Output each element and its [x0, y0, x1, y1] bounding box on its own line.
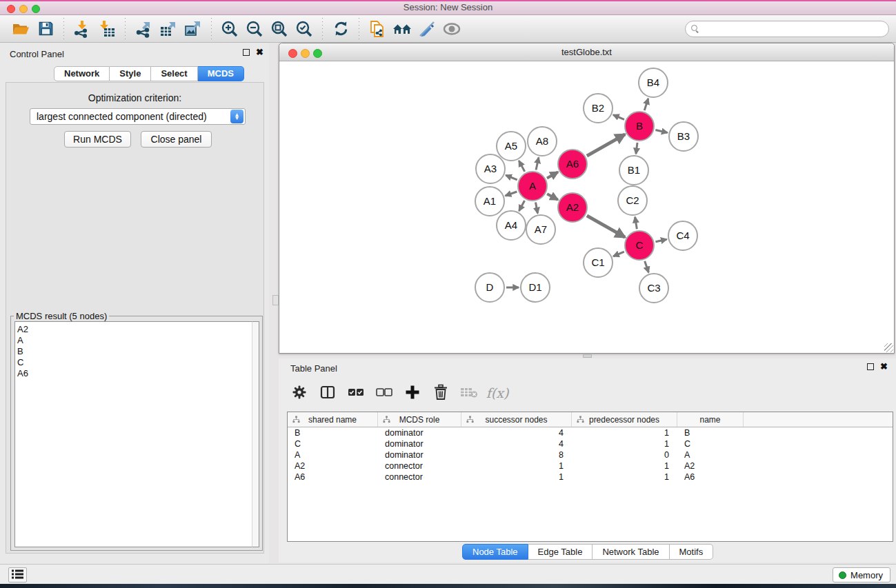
tab-select[interactable]: Select [151, 66, 197, 81]
table-cell[interactable]: 1 [572, 438, 677, 449]
table-cell[interactable]: A [288, 449, 378, 460]
graph-node-A6[interactable]: A6 [558, 150, 587, 179]
column-header-shared-name[interactable]: shared name [288, 412, 378, 427]
result-item[interactable]: A6 [17, 368, 252, 379]
table-cell[interactable]: 4 [461, 438, 572, 449]
table-cell[interactable]: dominator [378, 438, 461, 449]
network-graph[interactable]: B4B2BB3A8A5A6A3B1AC2A1A2A4A7C4CC1DD1C3 [279, 61, 894, 353]
zoom-out-button[interactable] [242, 18, 267, 40]
export-table-button[interactable] [156, 18, 181, 40]
zoom-fit-button[interactable] [267, 18, 292, 40]
memory-button[interactable]: Memory [833, 567, 890, 582]
table-cell[interactable]: connector [378, 460, 461, 472]
result-item[interactable]: A2 [17, 324, 252, 335]
table-cell[interactable]: B [288, 427, 378, 438]
close-panel-button[interactable]: Close panel [141, 131, 212, 148]
table-row[interactable]: Bdominator41B [288, 427, 893, 438]
edge-C-C2[interactable] [635, 217, 637, 230]
table-cell[interactable]: A2 [677, 460, 744, 472]
export-network-button[interactable] [131, 18, 156, 40]
float-panel-icon[interactable] [867, 363, 874, 370]
open-session-button[interactable] [8, 18, 33, 40]
table-cell[interactable]: connector [378, 472, 461, 483]
close-panel-icon[interactable]: ✖ [256, 49, 263, 56]
edge-A2-C[interactable] [587, 216, 625, 237]
table-cell[interactable]: 1 [461, 460, 572, 472]
unselect-all-columns-button[interactable] [375, 383, 394, 403]
edge-A-A5[interactable] [519, 161, 524, 172]
edge-A-A4[interactable] [519, 201, 524, 211]
search-input[interactable] [702, 22, 888, 36]
close-window-button[interactable] [7, 5, 15, 13]
close-panel-icon[interactable]: ✖ [880, 363, 888, 370]
search-box[interactable] [685, 21, 889, 37]
table-cell[interactable]: 1 [461, 472, 572, 483]
edge-C-C4[interactable] [655, 239, 666, 242]
run-mcds-button[interactable]: Run MCDS [64, 131, 131, 148]
hide-annotations-button[interactable] [415, 18, 439, 40]
graph-node-B[interactable]: B [625, 112, 654, 141]
column-header-successor-nodes[interactable]: successor nodes [461, 412, 572, 427]
float-panel-icon[interactable] [243, 49, 250, 56]
table-row[interactable]: A2connector11A2 [288, 460, 893, 472]
graph-node-A3[interactable]: A3 [476, 154, 505, 183]
graph-node-A[interactable]: A [518, 172, 547, 201]
table-settings-button[interactable] [290, 383, 309, 403]
table-row[interactable]: Adominator80A [288, 449, 893, 460]
table-cell[interactable]: 1 [572, 427, 677, 438]
table-cell[interactable]: C [677, 438, 744, 449]
table-cell[interactable]: 0 [572, 449, 677, 460]
tab-network-table[interactable]: Network Table [593, 544, 669, 560]
graph-node-C3[interactable]: C3 [639, 274, 668, 303]
graph-node-B1[interactable]: B1 [619, 156, 648, 185]
edge-A-A1[interactable] [506, 192, 517, 196]
table-cell[interactable]: A [677, 449, 744, 460]
graph-node-A7[interactable]: A7 [526, 215, 555, 244]
mcds-result-list[interactable]: A2ABCA6 [14, 321, 252, 547]
edge-A-A6[interactable] [547, 172, 558, 179]
table-cell[interactable]: B [677, 427, 744, 438]
result-item[interactable]: C [17, 357, 252, 368]
toggle-columns-button[interactable] [318, 383, 337, 403]
table-cell[interactable]: 1 [572, 460, 677, 472]
graph-node-A4[interactable]: A4 [497, 211, 526, 240]
result-item[interactable]: A [17, 335, 252, 346]
select-all-columns-button[interactable] [346, 383, 366, 403]
graph-node-B3[interactable]: B3 [669, 122, 698, 151]
delete-table-button[interactable] [459, 383, 479, 403]
network-canvas[interactable]: B4B2BB3A8A5A6A3B1AC2A1A2A4A7C4CC1DD1C3 [279, 61, 894, 353]
network-minimize-button[interactable] [301, 49, 310, 58]
refresh-button[interactable] [328, 18, 353, 40]
graph-node-C[interactable]: C [625, 231, 654, 260]
tab-mcds[interactable]: MCDS [198, 66, 244, 81]
edge-B-B3[interactable] [655, 130, 667, 132]
function-builder-button[interactable]: f(x) [488, 383, 507, 403]
horizontal-divider-thumb[interactable] [583, 354, 592, 358]
criterion-select[interactable]: largest connected component (directed) ▲… [30, 108, 246, 125]
result-item[interactable]: B [17, 346, 252, 357]
add-button[interactable] [403, 383, 422, 403]
table-row[interactable]: Cdominator41C [288, 438, 893, 449]
minimize-window-button[interactable] [19, 5, 28, 13]
edge-A6-B[interactable] [587, 134, 625, 156]
zoom-selected-button[interactable] [292, 18, 317, 40]
table-cell[interactable]: dominator [378, 427, 461, 438]
graph-node-A8[interactable]: A8 [528, 127, 557, 156]
graph-node-D[interactable]: D [475, 273, 504, 302]
tab-style[interactable]: Style [110, 66, 151, 81]
graph-node-D1[interactable]: D1 [521, 273, 550, 302]
table-row[interactable]: A6connector11A6 [288, 472, 893, 483]
new-network-from-selection-button[interactable] [365, 18, 390, 40]
column-header-MCDS-role[interactable]: MCDS role [378, 412, 461, 427]
vertical-divider-thumb[interactable] [272, 295, 279, 305]
graph-node-A2[interactable]: A2 [558, 193, 587, 222]
zoom-in-button[interactable] [217, 18, 242, 40]
table-cell[interactable]: A6 [677, 472, 744, 483]
network-zoom-button[interactable] [313, 49, 322, 58]
resize-grip[interactable] [884, 343, 893, 352]
edge-C-C3[interactable] [645, 261, 649, 273]
edge-B-B4[interactable] [644, 99, 648, 110]
graph-node-C2[interactable]: C2 [618, 186, 647, 215]
tab-network[interactable]: Network [54, 66, 110, 81]
delete-button[interactable] [431, 383, 450, 403]
